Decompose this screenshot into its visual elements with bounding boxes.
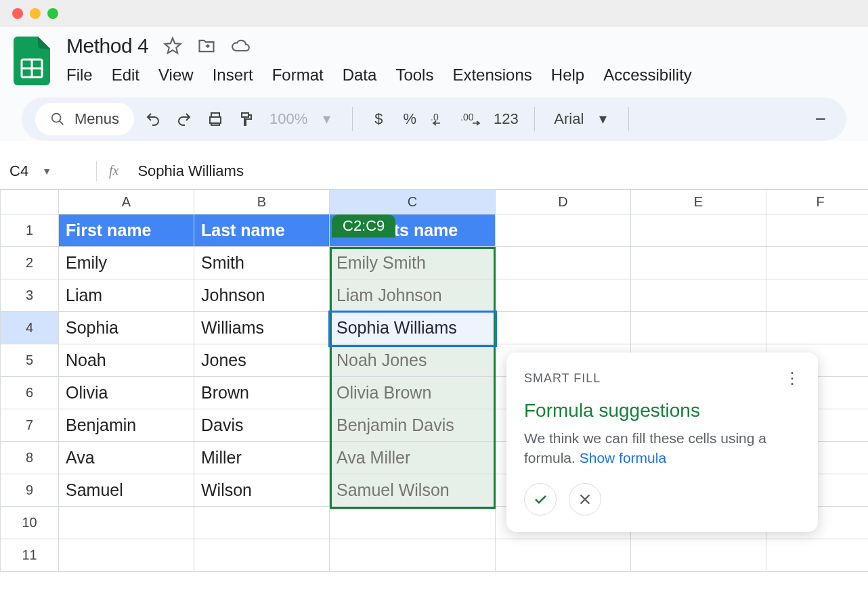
cell-c5[interactable]: Noah Jones [330,344,496,377]
spreadsheet-grid[interactable]: A B C D E F 1First nameLast nameStudents… [0,189,868,572]
cell-a11[interactable] [59,539,194,572]
cell-c9[interactable]: Samuel Wilson [330,474,496,507]
select-all-cell[interactable] [1,190,59,214]
cell[interactable] [496,312,631,344]
cell-c4[interactable]: Sophia Williams [330,312,496,344]
menu-tools[interactable]: Tools [395,66,433,85]
cell-a9[interactable]: Samuel [59,474,194,507]
print-button[interactable] [203,111,227,127]
cell[interactable] [766,539,869,572]
row-header[interactable]: 11 [1,539,59,572]
cell-b2[interactable]: Smith [194,247,330,279]
chevron-down-icon[interactable]: ▼ [42,166,51,177]
cell[interactable] [496,279,631,312]
menu-file[interactable]: File [66,66,93,85]
formula-input[interactable]: Sophia Williams [137,162,244,180]
undo-button[interactable] [141,111,165,127]
more-options-icon[interactable]: ⋮ [784,369,800,388]
column-header-b[interactable]: B [194,190,330,214]
star-icon[interactable] [163,37,182,55]
decrease-decimal-button[interactable]: .0 [429,111,453,127]
cell-b10[interactable] [194,507,330,539]
zoom-level[interactable]: 100% [269,110,307,128]
column-header-d[interactable]: D [496,190,631,214]
cell-b5[interactable]: Jones [194,344,330,377]
font-selector[interactable]: Arial [554,110,584,128]
cell[interactable] [631,214,766,247]
cell[interactable] [631,247,766,279]
cell-c3[interactable]: Liam Johnson [330,279,496,312]
cell[interactable] [631,312,766,344]
currency-format-button[interactable]: $ [366,110,391,128]
font-caret-icon[interactable]: ▾ [590,110,615,128]
menu-accessibility[interactable]: Accessibility [603,66,692,85]
cell-a7[interactable]: Benjamin [59,409,194,442]
cell-c2[interactable]: Emily Smith [330,247,496,279]
zoom-caret-icon[interactable]: ▾ [314,110,339,128]
move-to-folder-icon[interactable] [197,37,216,55]
column-header-e[interactable]: E [631,190,766,214]
number-format-button[interactable]: 123 [491,110,521,128]
menu-data[interactable]: Data [343,66,377,85]
menu-insert[interactable]: Insert [213,66,253,85]
cell-b7[interactable]: Davis [194,409,330,442]
menu-edit[interactable]: Edit [112,66,139,85]
menu-help[interactable]: Help [551,66,584,85]
cloud-status-icon[interactable] [231,37,250,55]
cell-c8[interactable]: Ava Miller [330,442,496,474]
cell[interactable] [496,539,631,572]
row-header[interactable]: 5 [1,344,59,377]
cell[interactable] [766,214,869,247]
menu-extensions[interactable]: Extensions [452,66,531,85]
document-title[interactable]: Method 4 [66,35,148,58]
cell-b1[interactable]: Last name [194,214,330,247]
cell-b8[interactable]: Miller [194,442,330,474]
cell-c10[interactable] [330,507,496,539]
cell-b6[interactable]: Brown [194,377,330,409]
minimize-window-button[interactable] [30,8,41,19]
column-header-f[interactable]: F [766,190,869,214]
row-header[interactable]: 7 [1,409,59,442]
column-header-a[interactable]: A [59,190,194,214]
row-header[interactable]: 3 [1,279,59,312]
cell-a2[interactable]: Emily [59,247,194,279]
row-header[interactable]: 1 [1,214,59,247]
cell[interactable] [766,247,869,279]
cell-b4[interactable]: Williams [194,312,330,344]
cell-b9[interactable]: Wilson [194,474,330,507]
increase-decimal-button[interactable]: .00 [460,111,484,127]
cell-c6[interactable]: Olivia Brown [330,377,496,409]
show-formula-link[interactable]: Show formula [580,450,666,466]
cell[interactable] [631,539,766,572]
maximize-window-button[interactable] [47,8,58,19]
collapse-toolbar-button[interactable]: − [815,108,826,130]
cell-a5[interactable]: Noah [59,344,194,377]
cell-c11[interactable] [330,539,496,572]
cell-b11[interactable] [194,539,330,572]
menus-search-pill[interactable]: Menus [35,103,134,135]
cell-a4[interactable]: Sophia [59,312,194,344]
close-window-button[interactable] [12,8,23,19]
cell-a3[interactable]: Liam [59,279,194,312]
cell-a8[interactable]: Ava [59,442,194,474]
column-header-c[interactable]: C [330,190,496,214]
cell-c7[interactable]: Benjamin Davis [330,409,496,442]
name-box[interactable]: C4 ▼ [9,162,84,180]
cell[interactable] [766,279,869,312]
row-header[interactable]: 10 [1,507,59,539]
cell[interactable] [766,312,869,344]
menu-view[interactable]: View [158,66,194,85]
cell-a1[interactable]: First name [59,214,194,247]
cell[interactable] [496,247,631,279]
cell-a10[interactable] [59,507,194,539]
cell[interactable] [496,214,631,247]
reject-suggestion-button[interactable] [569,483,601,516]
accept-suggestion-button[interactable] [524,483,557,516]
cell-a6[interactable]: Olivia [59,377,194,409]
redo-button[interactable] [172,111,196,127]
percent-format-button[interactable]: % [397,110,422,128]
cell-b3[interactable]: Johnson [194,279,330,312]
menu-format[interactable]: Format [272,66,324,85]
row-header[interactable]: 6 [1,377,59,409]
row-header[interactable]: 9 [1,474,59,507]
